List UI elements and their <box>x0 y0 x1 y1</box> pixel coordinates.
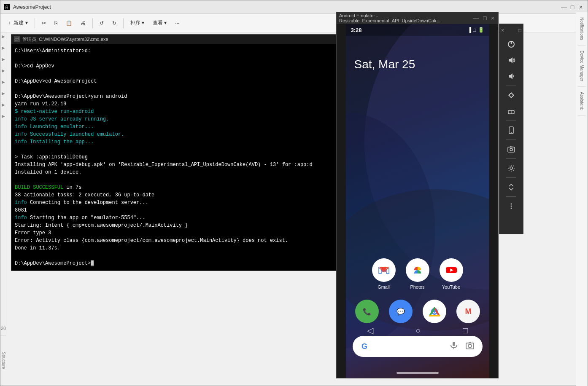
right-panel-device-manager[interactable]: Device Manager <box>578 46 586 87</box>
gmail-label: Gmail <box>378 284 390 290</box>
new-button[interactable]: ＋ 新建 ▾ <box>4 18 31 28</box>
app-gmail2[interactable]: M <box>456 300 480 323</box>
recents-button[interactable]: □ <box>463 326 468 335</box>
cmd-content[interactable]: C:\Users\Administrator>d: D:\>cd AppDev … <box>11 44 344 271</box>
search-camera-button[interactable] <box>464 340 476 352</box>
paste-button[interactable]: 📋 <box>62 19 76 28</box>
mini-sep-6 <box>506 196 516 197</box>
emulator-title-bar: Android Emulator - Resizable_Experimenta… <box>337 12 498 24</box>
mini-sep-1 <box>506 86 516 86</box>
emulator-title-text: Android Emulator - Resizable_Experimenta… <box>339 13 472 23</box>
more-button[interactable]: ··· <box>172 19 183 28</box>
sort-button[interactable]: 排序 ▾ <box>127 18 148 28</box>
phone-dialer-icon: 📞 <box>355 300 379 323</box>
app-icons-row1: M Gmail Photos <box>346 258 489 290</box>
right-panel: Notifications Device Manager Assistant: <box>576 12 588 386</box>
svg-rect-20 <box>453 342 455 346</box>
phone-home-bar <box>396 372 439 374</box>
view-button[interactable]: 查看 ▾ <box>149 18 170 28</box>
cut-button[interactable]: ✂ <box>38 19 49 28</box>
emulator-minimize-button[interactable]: — <box>472 15 480 21</box>
copy-button[interactable]: ⎘ <box>51 19 61 28</box>
cmd-title-text: C:\ 管理员: C:\WINDOWS\system32\cmd.exe <box>14 36 108 43</box>
undo-button[interactable]: ↺ <box>96 19 107 28</box>
mini-settings-button[interactable] <box>504 161 518 175</box>
cmd-title-label: 管理员: C:\WINDOWS\system32\cmd.exe <box>22 36 108 43</box>
emulator-close-button[interactable]: × <box>490 15 496 21</box>
app-gmail[interactable]: M Gmail <box>372 258 396 290</box>
cmd-line-17: 8081 <box>15 206 340 214</box>
cmd-line-5: yarn run v1.22.19 <box>15 100 340 108</box>
app-phone[interactable]: 📞 <box>355 300 379 323</box>
cmd-line-blank4 <box>15 146 340 153</box>
svg-marker-26 <box>509 57 512 63</box>
emulator-title-controls: — □ × <box>472 15 496 21</box>
phone-status-bar: 3:28 ▐ □ 🔋 <box>346 24 489 36</box>
cmd-line-22: Done in 11.37s. <box>15 244 340 252</box>
app-messages[interactable]: 💬 <box>389 300 413 323</box>
back-button[interactable]: ◁ <box>367 325 373 335</box>
minimize-button[interactable]: — <box>561 4 567 11</box>
svg-rect-28 <box>509 93 513 97</box>
close-button[interactable]: × <box>577 4 584 11</box>
cmd-line-7: info JS server already running. <box>15 115 340 123</box>
mini-volume-up-button[interactable] <box>504 54 518 67</box>
gutter-arrow-8: ▶ <box>2 114 5 118</box>
search-mic-button[interactable] <box>448 340 460 352</box>
cmd-line-blank1 <box>15 55 340 62</box>
cmd-line-19: Starting: Intent { cmp=com.awesomeprojec… <box>15 222 340 229</box>
mini-more-button[interactable] <box>504 199 518 213</box>
home-button[interactable]: ○ <box>415 326 421 335</box>
maximize-button[interactable]: □ <box>569 4 576 11</box>
mini-camera-button[interactable] <box>504 142 518 156</box>
mini-volume-down-button[interactable] <box>504 70 518 83</box>
cmd-line-blank5 <box>15 176 340 184</box>
mini-sep-5 <box>506 177 516 178</box>
svg-text:G: G <box>361 342 367 351</box>
title-bar-controls: — □ × <box>561 4 584 11</box>
floating-mini-window: × □ <box>499 24 523 234</box>
gmail2-icon: M <box>456 300 480 323</box>
cmd-line-6: $ react-native run-android <box>15 108 340 115</box>
phone-search-bar[interactable]: G <box>353 336 483 357</box>
wifi-icon: □ <box>473 27 476 33</box>
mini-expand-button[interactable] <box>504 180 518 194</box>
gmail-icon: M <box>372 258 396 282</box>
right-panel-assistant[interactable]: Assistant: <box>578 87 586 115</box>
emulator-maximize-button[interactable]: □ <box>482 15 488 21</box>
right-panel-notifications[interactable]: Notifications <box>578 12 586 46</box>
gutter-arrow-6: ▶ <box>2 91 5 96</box>
cmd-line-blank6 <box>15 252 340 260</box>
photos-label: Photos <box>410 284 424 290</box>
gutter-arrow-4: ▶ <box>2 68 5 73</box>
app-youtube[interactable]: YouTube <box>440 258 463 290</box>
svg-rect-33 <box>508 147 515 152</box>
cmd-line-4: D:\AppDev\AwesomeProject>yarn android <box>15 93 340 100</box>
app-chrome[interactable] <box>423 300 446 323</box>
battery-icon: 🔋 <box>478 27 484 33</box>
svg-text:📞: 📞 <box>363 308 371 316</box>
cmd-line-1: C:\Users\Administrator>d: <box>15 47 340 55</box>
cmd-line-16: info Connecting to the development serve… <box>15 199 340 206</box>
cmd-line-20: Error type 3 <box>15 229 340 237</box>
gutter-arrow-2: ▶ <box>2 46 5 50</box>
toolbar-sep-1 <box>35 18 35 28</box>
structure-label: Structure <box>1 352 6 369</box>
print-button[interactable]: 🖨 <box>77 19 89 28</box>
emulator-window: Android Emulator - Resizable_Experimenta… <box>336 12 499 378</box>
app-title: AwesomeProject <box>13 4 51 10</box>
app-photos[interactable]: Photos <box>406 258 429 290</box>
toolbar-sep-2 <box>92 18 93 28</box>
cmd-line-blank2 <box>15 70 340 78</box>
mini-power-button[interactable] <box>504 38 518 51</box>
redo-button[interactable]: ↻ <box>109 19 120 28</box>
mini-phone-button[interactable] <box>504 123 518 137</box>
cmd-icon: C:\ <box>14 36 20 42</box>
mini-diamond-button[interactable] <box>504 88 518 102</box>
mini-pin-button[interactable]: □ <box>518 27 521 33</box>
svg-point-23 <box>468 344 472 348</box>
messages-icon: 💬 <box>389 300 413 323</box>
cmd-line-21: Error: Activity class {com.awesomeprojec… <box>15 237 340 244</box>
mini-close-button[interactable]: × <box>501 27 504 33</box>
mini-eraser-button[interactable] <box>504 105 518 118</box>
